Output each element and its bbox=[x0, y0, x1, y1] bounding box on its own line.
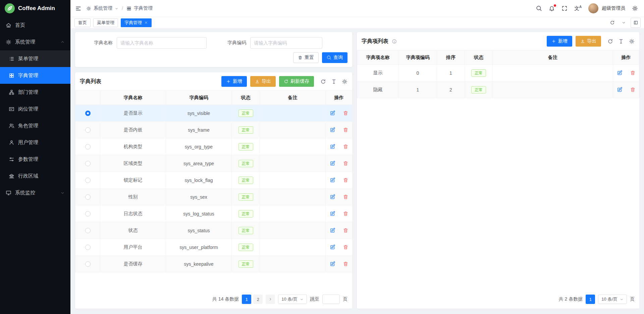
row-density-icon[interactable] bbox=[618, 39, 624, 44]
edit-icon[interactable] bbox=[617, 70, 623, 76]
delete-icon[interactable] bbox=[343, 177, 348, 183]
delete-icon[interactable] bbox=[343, 194, 348, 200]
user-name[interactable]: 超级管理员 bbox=[602, 5, 625, 11]
row-radio[interactable] bbox=[85, 127, 91, 133]
dict-row[interactable]: 状态sys_status正常 bbox=[75, 222, 353, 239]
edit-icon[interactable] bbox=[330, 161, 335, 166]
edit-icon[interactable] bbox=[330, 261, 335, 267]
dict-row[interactable]: 日志状态sys_log_status正常 bbox=[75, 205, 353, 222]
notifications-button[interactable] bbox=[549, 5, 555, 11]
tab-dict-management[interactable]: 字典管理 bbox=[121, 18, 152, 27]
sidebar-item-region-management[interactable]: 行政区域 bbox=[0, 168, 70, 184]
edit-icon[interactable] bbox=[330, 228, 335, 233]
row-radio[interactable] bbox=[85, 111, 91, 116]
add-dict-button[interactable]: 新增 bbox=[221, 76, 247, 87]
refresh-table-icon[interactable] bbox=[320, 79, 326, 84]
tab-actions-dropdown[interactable] bbox=[618, 17, 629, 28]
sidebar-item-home[interactable]: 首页 bbox=[0, 17, 70, 34]
query-button[interactable]: 查询 bbox=[322, 52, 347, 63]
row-density-icon[interactable] bbox=[331, 79, 337, 84]
dict-row[interactable]: 锁定标记sys_lock_flag正常 bbox=[75, 172, 353, 189]
export-dict-button[interactable]: 导出 bbox=[250, 76, 276, 87]
dict-item-row[interactable]: 隐藏12正常 bbox=[357, 81, 639, 98]
sidebar-item-post-management[interactable]: 岗位管理 bbox=[0, 101, 70, 117]
delete-icon[interactable] bbox=[343, 228, 348, 233]
export-dict-item-button[interactable]: 导出 bbox=[576, 36, 601, 47]
dict-name-input[interactable] bbox=[117, 37, 207, 49]
reset-button[interactable]: 重置 bbox=[293, 52, 319, 63]
edit-icon[interactable] bbox=[330, 177, 335, 183]
row-radio[interactable] bbox=[85, 194, 91, 200]
breadcrumb-level1[interactable]: 系统管理 bbox=[94, 5, 112, 11]
dict-page-button-1[interactable]: 1 bbox=[242, 295, 251, 304]
sidebar-item-user-management[interactable]: 用户管理 bbox=[0, 134, 70, 151]
dict-row[interactable]: 用户平台sys_user_platform正常 bbox=[75, 239, 353, 256]
dict-item-row[interactable]: 显示01正常 bbox=[357, 65, 639, 81]
item-remark bbox=[493, 65, 613, 81]
monitor-icon bbox=[6, 190, 11, 196]
sidebar-item-dict-management[interactable]: 字典管理 bbox=[0, 67, 70, 84]
page-size-select[interactable]: 10 条/页 bbox=[278, 295, 307, 304]
close-icon[interactable] bbox=[144, 21, 148, 24]
row-radio[interactable] bbox=[85, 261, 91, 267]
edit-icon[interactable] bbox=[617, 87, 623, 92]
refresh-table-icon[interactable] bbox=[607, 39, 613, 44]
row-radio[interactable] bbox=[85, 178, 91, 183]
dict-row[interactable]: 是否缓存sys_keepalive正常 bbox=[75, 256, 353, 272]
dict-row[interactable]: 性别sys_sex正常 bbox=[75, 189, 353, 205]
dict-code-input[interactable] bbox=[250, 37, 322, 49]
edit-icon[interactable] bbox=[330, 110, 335, 116]
tab-menu-management[interactable]: 菜单管理 bbox=[93, 18, 118, 27]
tab-home[interactable]: 首页 bbox=[74, 18, 91, 27]
row-radio[interactable] bbox=[85, 161, 91, 166]
jump-page-input[interactable] bbox=[322, 295, 340, 304]
row-radio[interactable] bbox=[85, 245, 91, 250]
dict-row[interactable]: 是否内嵌sys_frame正常 bbox=[75, 122, 353, 138]
delete-icon[interactable] bbox=[343, 244, 348, 250]
sidebar-item-system-management[interactable]: 系统管理 bbox=[0, 34, 70, 50]
edit-icon[interactable] bbox=[330, 211, 335, 216]
edit-icon[interactable] bbox=[330, 244, 335, 250]
delete-icon[interactable] bbox=[630, 87, 636, 92]
item-name: 隐藏 bbox=[357, 81, 399, 98]
delete-icon[interactable] bbox=[343, 144, 348, 149]
next-page-button[interactable] bbox=[266, 295, 275, 304]
refresh-tab-button[interactable] bbox=[606, 17, 618, 28]
fullscreen-icon[interactable] bbox=[561, 5, 568, 11]
content-fullscreen-button[interactable] bbox=[631, 18, 641, 28]
tab-label: 字典管理 bbox=[124, 20, 142, 26]
delete-icon[interactable] bbox=[343, 110, 348, 116]
sidebar-item-dept-management[interactable]: 部门管理 bbox=[0, 84, 70, 101]
sidebar-item-role-management[interactable]: 角色管理 bbox=[0, 117, 70, 134]
delete-icon[interactable] bbox=[343, 161, 348, 166]
edit-icon[interactable] bbox=[330, 144, 335, 149]
edit-icon[interactable] bbox=[330, 194, 335, 200]
dict-row[interactable]: 是否显示sys_visible正常 bbox=[75, 105, 353, 122]
dict-row[interactable]: 机构类型sys_org_type正常 bbox=[75, 138, 353, 155]
delete-icon[interactable] bbox=[630, 70, 636, 76]
delete-icon[interactable] bbox=[343, 261, 348, 267]
avatar[interactable] bbox=[588, 3, 598, 13]
column-settings-icon[interactable] bbox=[629, 39, 635, 44]
delete-icon[interactable] bbox=[343, 211, 348, 216]
dict-row[interactable]: 区域类型sys_area_type正常 bbox=[75, 155, 353, 172]
collapse-sidebar-icon[interactable] bbox=[75, 5, 82, 12]
page-size-select[interactable]: 10 条/页 bbox=[598, 295, 627, 304]
delete-icon[interactable] bbox=[343, 127, 348, 133]
edit-icon[interactable] bbox=[330, 127, 335, 133]
row-radio[interactable] bbox=[85, 228, 91, 233]
row-radio[interactable] bbox=[85, 211, 91, 216]
dict-code: sys_area_type bbox=[166, 155, 232, 172]
item-page-button-1[interactable]: 1 bbox=[586, 295, 595, 304]
row-radio[interactable] bbox=[85, 144, 91, 149]
column-settings-icon[interactable] bbox=[342, 79, 347, 84]
sidebar-item-system-monitor[interactable]: 系统监控 bbox=[0, 184, 70, 201]
language-switch-icon[interactable]: 文A bbox=[574, 5, 582, 12]
settings-gear-icon[interactable] bbox=[632, 5, 638, 11]
refresh-cache-button[interactable]: 刷新缓存 bbox=[279, 76, 314, 87]
sidebar-item-param-management[interactable]: 参数管理 bbox=[0, 151, 70, 168]
dict-page-button-2[interactable]: 2 bbox=[253, 295, 263, 304]
sidebar-item-menu-management[interactable]: 菜单管理 bbox=[0, 50, 70, 67]
add-dict-item-button[interactable]: 新增 bbox=[547, 36, 572, 47]
search-icon[interactable] bbox=[536, 5, 542, 11]
